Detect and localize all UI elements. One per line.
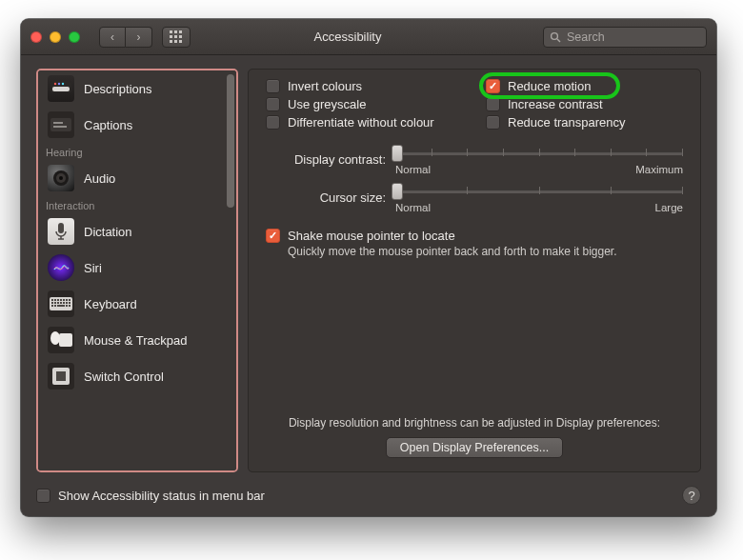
traffic-lights xyxy=(30,31,80,43)
svg-rect-38 xyxy=(66,302,68,304)
keyboard-icon xyxy=(48,290,74,317)
minimize-window-button[interactable] xyxy=(50,31,61,43)
slider-thumb[interactable] xyxy=(392,183,403,200)
svg-rect-22 xyxy=(58,223,64,233)
chevron-right-icon: › xyxy=(137,31,141,43)
checkbox-icon xyxy=(486,97,500,111)
svg-rect-32 xyxy=(69,299,70,301)
sidebar-item-label: Captions xyxy=(84,118,132,132)
sidebar-scrollbar[interactable] xyxy=(225,74,234,467)
shake-mouse-pointer-checkbox[interactable]: Shake mouse pointer to locate xyxy=(266,229,683,243)
sidebar-item-label: Descriptions xyxy=(84,82,152,96)
sidebar-item-label: Mouse & Trackpad xyxy=(84,333,187,348)
svg-point-15 xyxy=(62,83,64,85)
nav-back-forward: ‹ › xyxy=(99,27,152,48)
sidebar-item-label: Dictation xyxy=(84,225,132,239)
slider-thumb[interactable] xyxy=(392,145,403,162)
svg-rect-12 xyxy=(52,87,70,91)
scrollbar-thumb[interactable] xyxy=(227,74,234,208)
search-placeholder: Search xyxy=(567,30,605,44)
audio-icon xyxy=(48,165,74,191)
descriptions-icon xyxy=(48,75,74,102)
checkbox-label: Show Accessibility status in menu bar xyxy=(58,489,265,503)
checkbox-label: Reduce motion xyxy=(508,79,591,93)
svg-rect-40 xyxy=(51,305,53,307)
slider-max-label: Large xyxy=(655,202,683,213)
checkbox-label: Shake mouse pointer to locate xyxy=(288,229,455,243)
open-display-preferences-button[interactable]: Open Display Preferences... xyxy=(386,437,563,458)
display-contrast-label: Display contrast: xyxy=(266,152,386,167)
show-accessibility-status-checkbox[interactable]: Show Accessibility status in menu bar xyxy=(36,489,265,503)
close-window-button[interactable] xyxy=(30,31,42,43)
invert-colours-checkbox[interactable]: Invert colours xyxy=(266,79,463,93)
svg-point-13 xyxy=(54,83,56,85)
chevron-left-icon: ‹ xyxy=(110,31,114,43)
sidebar-item-dictation[interactable]: Dictation xyxy=(38,213,236,250)
window-toolbar: ‹ › Accessibility Search xyxy=(21,19,716,55)
checkbox-label: Increase contrast xyxy=(508,97,603,111)
zoom-window-button[interactable] xyxy=(69,31,80,43)
sidebar-highlight-frame: Descriptions Captions Hearing Audio xyxy=(36,69,238,472)
svg-rect-43 xyxy=(66,305,68,307)
svg-rect-45 xyxy=(59,333,72,347)
svg-rect-33 xyxy=(51,302,53,304)
svg-rect-29 xyxy=(60,299,62,301)
use-greyscale-checkbox[interactable]: Use greyscale xyxy=(266,97,463,111)
differentiate-without-colour-checkbox[interactable]: Differentiate without colour xyxy=(266,115,463,130)
checkbox-icon xyxy=(486,79,500,93)
svg-rect-30 xyxy=(63,299,65,301)
shake-hint-text: Quickly move the mouse pointer back and … xyxy=(288,245,683,258)
sidebar-item-label: Switch Control xyxy=(84,370,164,384)
svg-rect-48 xyxy=(56,371,66,381)
reduce-motion-checkbox[interactable]: Reduce motion xyxy=(486,79,683,93)
checkbox-icon xyxy=(36,489,50,503)
sidebar-item-label: Siri xyxy=(84,261,102,275)
checkbox-icon xyxy=(266,79,280,93)
slider-min-label: Normal xyxy=(395,164,431,175)
checkbox-label: Use greyscale xyxy=(288,97,366,111)
sidebar-item-label: Audio xyxy=(84,171,115,186)
help-icon: ? xyxy=(688,489,694,503)
dictation-icon xyxy=(48,218,74,245)
cursor-size-slider[interactable] xyxy=(395,181,683,200)
back-button[interactable]: ‹ xyxy=(99,27,126,48)
svg-rect-36 xyxy=(60,302,62,304)
forward-button[interactable]: › xyxy=(126,27,152,48)
sidebar-item-label: Keyboard xyxy=(84,297,137,311)
checkbox-icon xyxy=(486,115,500,130)
svg-line-10 xyxy=(557,39,560,42)
checkbox-label: Invert colours xyxy=(288,79,362,93)
svg-rect-26 xyxy=(51,299,53,301)
svg-rect-18 xyxy=(53,126,67,128)
svg-rect-27 xyxy=(54,299,56,301)
slider-min-label: Normal xyxy=(395,202,431,213)
sidebar-item-switch-control[interactable]: Switch Control xyxy=(38,358,236,394)
search-field[interactable]: Search xyxy=(543,27,707,48)
display-contrast-slider[interactable] xyxy=(395,143,683,162)
sidebar-item-mouse-trackpad[interactable]: Mouse & Trackpad xyxy=(38,322,236,358)
slider-max-label: Maximum xyxy=(635,164,683,175)
sidebar-item-audio[interactable]: Audio xyxy=(38,160,236,196)
checkbox-icon xyxy=(266,97,280,111)
svg-rect-28 xyxy=(57,299,59,301)
reduce-transparency-checkbox[interactable]: Reduce transparency xyxy=(486,115,683,130)
sidebar-item-descriptions[interactable]: Descriptions xyxy=(38,70,236,107)
sidebar-item-keyboard[interactable]: Keyboard xyxy=(38,286,236,322)
svg-rect-42 xyxy=(57,305,65,307)
category-sidebar: Descriptions Captions Hearing Audio xyxy=(38,70,236,470)
sidebar-item-captions[interactable]: Captions xyxy=(38,107,236,143)
sidebar-item-siri[interactable]: Siri xyxy=(38,250,236,286)
window-title: Accessibility xyxy=(162,30,533,44)
increase-contrast-checkbox[interactable]: Increase contrast xyxy=(486,97,683,111)
sidebar-section-interaction: Interaction xyxy=(38,196,236,213)
svg-point-21 xyxy=(59,176,63,180)
help-button[interactable]: ? xyxy=(682,486,701,505)
switch-control-icon xyxy=(48,363,74,390)
checkbox-icon xyxy=(266,229,280,243)
sidebar-section-hearing: Hearing xyxy=(38,143,236,160)
svg-rect-34 xyxy=(54,302,56,304)
svg-point-9 xyxy=(552,32,558,39)
checkbox-label: Reduce transparency xyxy=(508,115,626,130)
display-settings-panel: Invert colours Reduce motion Use greysca… xyxy=(248,69,701,472)
checkbox-icon xyxy=(266,115,280,130)
